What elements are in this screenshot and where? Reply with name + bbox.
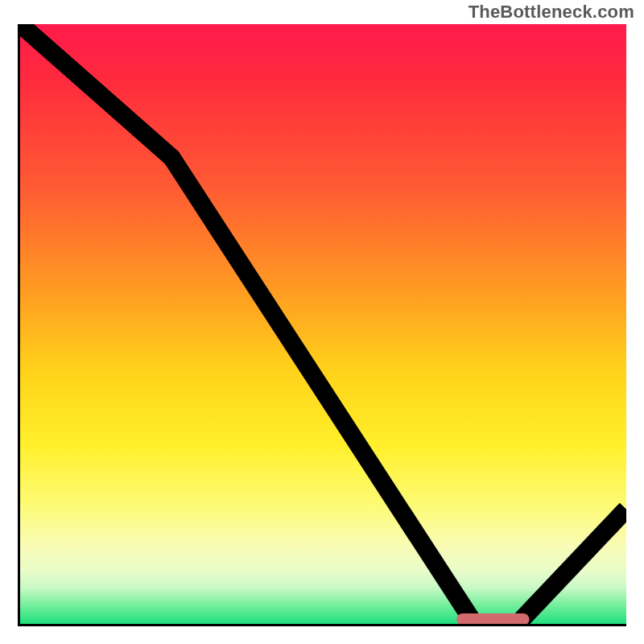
curve-layer (20, 24, 626, 626)
attribution-text: TheBottleneck.com (469, 2, 634, 23)
plot-area (18, 24, 626, 626)
bottleneck-curve (20, 24, 626, 624)
chart-container: TheBottleneck.com (0, 0, 644, 644)
optimal-range-marker (456, 613, 529, 625)
